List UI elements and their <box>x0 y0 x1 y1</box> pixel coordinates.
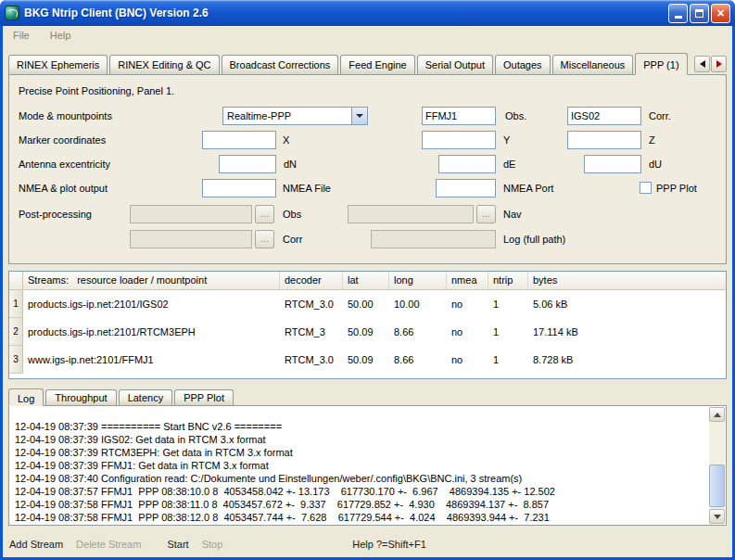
obs-mountpoint-input[interactable] <box>422 107 496 125</box>
tab-outages[interactable]: Outages <box>495 55 551 74</box>
header-lat[interactable]: lat <box>343 272 389 289</box>
antenna-dn-input[interactable] <box>219 155 276 173</box>
log-line: 12-04-19 08:37:58 FFMJ1 PPP 08:38:11.0 8… <box>15 498 709 511</box>
ppp-mode-select[interactable]: Realtime-PPP <box>222 107 368 125</box>
add-stream-button[interactable]: Add Stream <box>9 539 63 550</box>
stream-nmea: no <box>447 290 488 318</box>
maximize-button[interactable] <box>690 4 709 23</box>
post-log-label: Log (full path) <box>503 234 565 245</box>
log-output[interactable]: 12-04-19 08:37:39 ========== Start BNC v… <box>9 406 709 525</box>
maximize-icon <box>695 9 703 18</box>
close-button[interactable]: × <box>711 4 730 23</box>
mode-row: Mode & mountpoints Realtime-PPP Obs. Cor… <box>9 107 726 125</box>
tab-throughput[interactable]: Throughput <box>45 389 116 405</box>
header-nmea[interactable]: nmea <box>447 272 488 289</box>
chevron-down-icon[interactable] <box>351 108 367 124</box>
close-icon: × <box>716 6 724 19</box>
row-number: 2 <box>9 318 23 346</box>
post-corr-browse-button: ... <box>255 230 274 248</box>
header-mountpoint[interactable]: Streams: resource loader / mountpoint <box>23 272 280 289</box>
tab-broadcast-corrections[interactable]: Broadcast Corrections <box>222 55 339 74</box>
nmea-file-input[interactable] <box>202 179 276 197</box>
log-line: 12-04-19 08:37:39 RTCM3EPH: Get data in … <box>15 446 709 459</box>
tab-ppp-plot[interactable]: PPP Plot <box>174 389 234 405</box>
x-label: X <box>283 134 289 146</box>
row-number: 3 <box>9 346 23 374</box>
combo-arrow-icon <box>356 114 363 118</box>
stream-bytes: 8.728 kB <box>528 346 726 374</box>
streams-table: Streams: resource loader / mountpoint de… <box>8 271 727 379</box>
header-long[interactable]: long <box>389 272 447 289</box>
tab-scroll-left-button[interactable] <box>694 56 710 72</box>
client-area: File Help RINEX Ephemeris RINEX Editing … <box>0 26 735 560</box>
obs-label: Obs. <box>505 110 526 121</box>
du-label: dU <box>649 159 662 170</box>
stream-decoder: RTCM_3 <box>280 318 343 346</box>
antenna-de-input[interactable] <box>438 155 496 173</box>
tab-miscellaneous[interactable]: Miscellaneous <box>552 55 634 74</box>
stream-ntrip: 1 <box>488 290 528 318</box>
nmea-port-label: NMEA Port <box>503 183 553 194</box>
stream-lat: 50.09 <box>343 346 389 374</box>
title-bar[interactable]: BKG Ntrip Client (BNC) Version 2.6 × <box>0 0 735 26</box>
marker-x-input[interactable] <box>202 131 276 149</box>
antenna-du-input[interactable] <box>584 155 641 173</box>
window-title: BKG Ntrip Client (BNC) Version 2.6 <box>24 6 666 19</box>
tab-ppp-1[interactable]: PPP (1) <box>635 53 687 75</box>
tab-feed-engine[interactable]: Feed Engine <box>340 55 414 74</box>
row-number-header <box>9 272 23 289</box>
stream-row[interactable]: 1 products.igs-ip.net:2101/IGS02 RTCM_3.… <box>9 290 726 318</box>
stream-row[interactable]: 3 www.igs-ip.net:2101/FFMJ1 RTCM_3.0 50.… <box>9 346 726 374</box>
tab-log[interactable]: Log <box>8 388 44 406</box>
stream-mountpoint: www.igs-ip.net:2101/FFMJ1 <box>23 346 280 374</box>
tab-latency[interactable]: Latency <box>119 389 173 405</box>
arrow-left-icon <box>700 60 705 68</box>
post-nav-label: Nav <box>503 209 522 220</box>
delete-stream-button: Delete Stream <box>76 539 141 550</box>
stream-long: 10.00 <box>389 290 447 318</box>
stream-long: 8.66 <box>389 318 447 346</box>
tab-serial-output[interactable]: Serial Output <box>417 55 493 74</box>
post-obs-label: Obs <box>283 209 301 220</box>
mode-mountpoints-label: Mode & mountpoints <box>19 110 112 121</box>
ppp-panel: Precise Point Positioning, Panel 1. Mode… <box>8 74 727 264</box>
ppp-plot-checkbox[interactable] <box>640 182 652 194</box>
nmea-port-input[interactable] <box>436 179 496 197</box>
scroll-up-button[interactable] <box>709 407 725 422</box>
log-output-panel: 12-04-19 08:37:39 ========== Start BNC v… <box>8 405 727 526</box>
menu-bar: File Help <box>3 26 732 45</box>
post-obs-browse-button: ... <box>255 205 274 223</box>
stream-mountpoint: products.igs-ip.net:2101/RTCM3EPH <box>23 318 280 346</box>
post-nav-browse-button: ... <box>476 205 496 223</box>
marker-z-input[interactable] <box>567 131 641 149</box>
scroll-down-icon <box>714 515 721 519</box>
arrow-right-icon <box>716 60 722 68</box>
header-ntrip[interactable]: ntrip <box>488 272 528 289</box>
tab-rinex-ephemeris[interactable]: RINEX Ephemeris <box>8 55 108 74</box>
header-bytes[interactable]: bytes <box>528 272 726 289</box>
app-window: BKG Ntrip Client (BNC) Version 2.6 × Fil… <box>0 0 735 560</box>
post-obs-input <box>130 205 252 223</box>
z-label: Z <box>649 134 655 146</box>
start-button[interactable]: Start <box>167 539 188 550</box>
marker-y-input[interactable] <box>422 131 496 149</box>
stream-row[interactable]: 2 products.igs-ip.net:2101/RTCM3EPH RTCM… <box>9 318 726 346</box>
log-line: 12-04-19 08:37:57 FFMJ1 PPP 08:38:10.0 8… <box>15 485 709 498</box>
menu-help[interactable]: Help <box>46 28 75 43</box>
corr-mountpoint-input[interactable] <box>567 107 641 125</box>
tab-scroll-right-button[interactable] <box>711 56 727 72</box>
tab-rinex-editing-qc[interactable]: RINEX Editing & QC <box>109 55 219 74</box>
scroll-thumb[interactable] <box>709 465 725 507</box>
stream-ntrip: 1 <box>488 318 528 346</box>
log-tab-bar: Log Throughput Latency PPP Plot <box>8 388 727 405</box>
log-scrollbar[interactable] <box>709 407 725 524</box>
minimize-button[interactable] <box>668 4 688 23</box>
header-decoder[interactable]: decoder <box>280 272 343 289</box>
scroll-down-button[interactable] <box>709 509 725 524</box>
antenna-excentricity-row: Antenna excentricity dN dE dU <box>9 155 726 173</box>
menu-file[interactable]: File <box>9 28 33 43</box>
post-processing-row-2: ... Corr Log (full path) <box>9 230 726 248</box>
corr-label: Corr. <box>649 110 671 121</box>
antenna-excentricity-label: Antenna excentricity <box>19 159 110 170</box>
app-icon <box>5 6 19 20</box>
